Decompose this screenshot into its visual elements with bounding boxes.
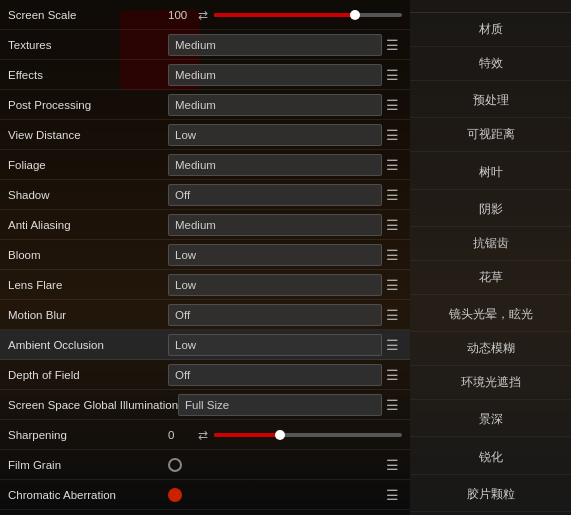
menu-icon-anti-aliasing[interactable]: ☰ <box>382 217 402 233</box>
right-sidebar: 材质特效预处理可视距离树叶阴影抗锯齿花草镜头光晕，眩光动态模糊环境光遮挡景深锐化… <box>410 0 571 515</box>
toggle-icon-film-grain[interactable] <box>168 458 182 472</box>
settings-row-depth-of-field: Depth of FieldOff☰ <box>0 360 410 390</box>
slider-value-screen-scale: 100 <box>168 9 192 21</box>
label-view-distance: View Distance <box>8 129 168 141</box>
sidebar-item-dof-cn[interactable]: 景深 <box>410 403 571 437</box>
label-film-grain: Film Grain <box>8 459 168 471</box>
dropdown-screen-space-gi[interactable]: Full Size <box>178 394 382 416</box>
settings-row-bloom: BloomLow☰ <box>0 240 410 270</box>
settings-panel: Screen Scale100⇄TexturesMedium☰EffectsMe… <box>0 0 410 515</box>
label-ambient-occlusion: Ambient Occlusion <box>8 339 168 351</box>
dropdown-motion-blur[interactable]: Off <box>168 304 382 326</box>
dropdown-post-processing[interactable]: Medium <box>168 94 382 116</box>
label-chromatic-aberration: Chromatic Aberration <box>8 489 168 501</box>
settings-row-textures: TexturesMedium☰ <box>0 30 410 60</box>
slider-track-sharpening[interactable] <box>214 433 402 437</box>
sidebar-item-view-dist-cn[interactable]: 可视距离 <box>410 118 571 152</box>
slider-container-screen-scale: 100⇄ <box>168 8 402 22</box>
slider-track-screen-scale[interactable] <box>214 13 402 17</box>
label-lens-flare: Lens Flare <box>8 279 168 291</box>
settings-row-ambient-occlusion: Ambient OcclusionLow☰ <box>0 330 410 360</box>
sidebar-item-film-grain-cn[interactable]: 胶片颗粒 <box>410 478 571 512</box>
menu-icon-bloom[interactable]: ☰ <box>382 247 402 263</box>
sidebar-item-motion-blur-cn[interactable]: 动态模糊 <box>410 332 571 366</box>
menu-icon-textures[interactable]: ☰ <box>382 37 402 53</box>
menu-icon-depth-of-field[interactable]: ☰ <box>382 367 402 383</box>
menu-icon-motion-blur[interactable]: ☰ <box>382 307 402 323</box>
slider-fill-screen-scale <box>214 13 355 17</box>
label-foliage: Foliage <box>8 159 168 171</box>
settings-row-anti-aliasing: Anti AliasingMedium☰ <box>0 210 410 240</box>
settings-row-foliage: FoliageMedium☰ <box>0 150 410 180</box>
settings-row-screen-scale: Screen Scale100⇄ <box>0 0 410 30</box>
sidebar-item-foliage-cn[interactable]: 树叶 <box>410 156 571 190</box>
menu-icon-chromatic-aberration[interactable]: ☰ <box>382 487 402 503</box>
menu-icon-lens-flare[interactable]: ☰ <box>382 277 402 293</box>
settings-row-motion-blur: Motion BlurOff☰ <box>0 300 410 330</box>
slider-value-sharpening: 0 <box>168 429 192 441</box>
dropdown-shadow[interactable]: Off <box>168 184 382 206</box>
dropdown-bloom[interactable]: Low <box>168 244 382 266</box>
menu-icon-foliage[interactable]: ☰ <box>382 157 402 173</box>
sidebar-item-preprocess[interactable]: 预处理 <box>410 84 571 118</box>
menu-icon-ambient-occlusion[interactable]: ☰ <box>382 337 402 353</box>
sidebar-item-anti-aliasing-cn[interactable]: 抗锯齿 <box>410 227 571 261</box>
settings-row-effects: EffectsMedium☰ <box>0 60 410 90</box>
dropdown-lens-flare[interactable]: Low <box>168 274 382 296</box>
settings-row-sharpening: Sharpening0⇄ <box>0 420 410 450</box>
sidebar-item-effects-cn[interactable]: 特效 <box>410 47 571 81</box>
settings-row-post-processing: Post ProcessingMedium☰ <box>0 90 410 120</box>
slider-container-sharpening: 0⇄ <box>168 428 402 442</box>
label-screen-scale: Screen Scale <box>8 9 168 21</box>
sidebar-item-material[interactable]: 材质 <box>410 13 571 47</box>
sidebar-header <box>410 0 571 13</box>
label-effects: Effects <box>8 69 168 81</box>
label-shadow: Shadow <box>8 189 168 201</box>
sidebar-item-shadow-cn[interactable]: 阴影 <box>410 193 571 227</box>
dropdown-view-distance[interactable]: Low <box>168 124 382 146</box>
dropdown-foliage[interactable]: Medium <box>168 154 382 176</box>
toggle-icon-filled-chromatic-aberration[interactable] <box>168 488 182 502</box>
sidebar-item-lens-flare-cn[interactable]: 镜头光晕，眩光 <box>410 298 571 332</box>
settings-row-lens-flare: Lens FlareLow☰ <box>0 270 410 300</box>
menu-icon-effects[interactable]: ☰ <box>382 67 402 83</box>
dropdown-ambient-occlusion[interactable]: Low <box>168 334 382 356</box>
settings-row-film-grain: Film Grain☰ <box>0 450 410 480</box>
menu-icon-view-distance[interactable]: ☰ <box>382 127 402 143</box>
dropdown-textures[interactable]: Medium <box>168 34 382 56</box>
label-post-processing: Post Processing <box>8 99 168 111</box>
menu-icon-shadow[interactable]: ☰ <box>382 187 402 203</box>
menu-icon-film-grain[interactable]: ☰ <box>382 457 402 473</box>
sidebar-item-ambient-cn[interactable]: 环境光遮挡 <box>410 366 571 400</box>
sidebar-item-bloom-cn[interactable]: 花草 <box>410 261 571 295</box>
slider-thumb-sharpening[interactable] <box>275 430 285 440</box>
label-motion-blur: Motion Blur <box>8 309 168 321</box>
label-depth-of-field: Depth of Field <box>8 369 168 381</box>
settings-row-view-distance: View DistanceLow☰ <box>0 120 410 150</box>
label-textures: Textures <box>8 39 168 51</box>
label-anti-aliasing: Anti Aliasing <box>8 219 168 231</box>
sidebar-item-sharpening-cn[interactable]: 锐化 <box>410 441 571 475</box>
settings-row-shadow: ShadowOff☰ <box>0 180 410 210</box>
menu-icon-screen-space-gi[interactable]: ☰ <box>382 397 402 413</box>
label-bloom: Bloom <box>8 249 168 261</box>
share-icon-screen-scale[interactable]: ⇄ <box>198 8 208 22</box>
dropdown-anti-aliasing[interactable]: Medium <box>168 214 382 236</box>
settings-row-screen-space-gi: Screen Space Global IlluminationFull Siz… <box>0 390 410 420</box>
menu-icon-post-processing[interactable]: ☰ <box>382 97 402 113</box>
share-icon-sharpening[interactable]: ⇄ <box>198 428 208 442</box>
label-sharpening: Sharpening <box>8 429 168 441</box>
label-screen-space-gi: Screen Space Global Illumination <box>8 399 178 411</box>
settings-row-chromatic-aberration: Chromatic Aberration☰ <box>0 480 410 510</box>
slider-fill-sharpening <box>214 433 280 437</box>
dropdown-effects[interactable]: Medium <box>168 64 382 86</box>
slider-thumb-screen-scale[interactable] <box>350 10 360 20</box>
dropdown-depth-of-field[interactable]: Off <box>168 364 382 386</box>
